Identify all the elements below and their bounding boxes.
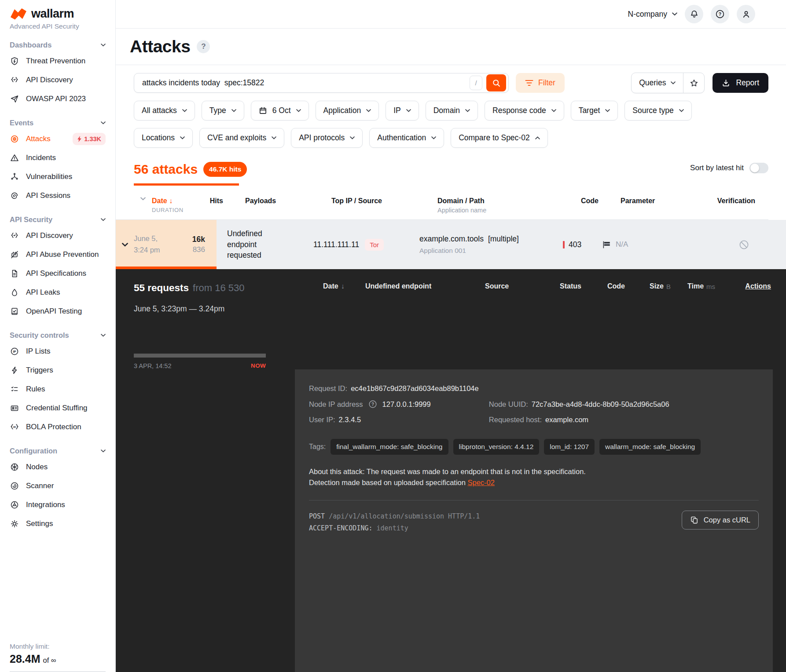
req-col-size[interactable]: SizeB bbox=[650, 282, 687, 290]
spec-link[interactable]: Spec-02 bbox=[468, 478, 495, 486]
req-col-status[interactable]: Status bbox=[551, 282, 604, 290]
help-button[interactable]: ? bbox=[711, 5, 729, 23]
filter-chip-target[interactable]: Target bbox=[571, 101, 618, 121]
download-icon bbox=[722, 79, 730, 87]
chevron-down-icon bbox=[672, 12, 677, 16]
page-help-icon[interactable]: ? bbox=[197, 40, 210, 53]
row-expand-chevron-icon[interactable] bbox=[116, 220, 134, 269]
notifications-button[interactable] bbox=[685, 5, 703, 23]
sidebar-item-bola-protection[interactable]: ID BOLA Protection bbox=[10, 417, 106, 436]
collapse-all-chevron-icon[interactable] bbox=[134, 197, 152, 201]
sidebar-item-settings[interactable]: Settings bbox=[10, 514, 106, 533]
sidebar-item-owasp-api-2023[interactable]: OWASP API 2023 bbox=[10, 89, 106, 108]
sidebar-section-security-controls[interactable]: Security controls bbox=[10, 331, 106, 340]
col-header-domain[interactable]: Domain / Path Application name bbox=[436, 197, 581, 214]
node-uuid-line: Node UUID: 72c7a3be-a4d8-4ddc-8b09-50a2d… bbox=[489, 400, 759, 409]
requests-histogram-wrap[interactable]: 3 APR, 14:52 NOW bbox=[134, 324, 266, 369]
sidebar-item-integrations[interactable]: Integrations bbox=[10, 495, 106, 514]
wallarm-logo[interactable]: wallarm bbox=[10, 7, 106, 21]
tag-chip[interactable]: wallarm_mode: safe_blocking bbox=[599, 439, 701, 455]
tag-chip[interactable]: final_wallarm_mode: safe_blocking bbox=[331, 439, 448, 455]
attack-verification[interactable] bbox=[709, 240, 768, 250]
filter-chip-source-type[interactable]: Source type bbox=[624, 101, 691, 121]
req-col-actions[interactable]: Actions bbox=[716, 282, 773, 290]
sidebar-item-triggers[interactable]: Triggers bbox=[10, 361, 106, 380]
about-attack: About this attack: The request was made … bbox=[309, 466, 759, 488]
queries-dropdown[interactable]: Queries bbox=[632, 73, 683, 93]
sidebar-section-configuration[interactable]: Configuration bbox=[10, 447, 106, 455]
sidebar-section-api-security[interactable]: API Security bbox=[10, 215, 106, 224]
sidebar-item-attacks[interactable]: Attacks 1.33K bbox=[10, 129, 106, 148]
filter-button[interactable]: Filter bbox=[516, 73, 565, 93]
favorite-query-button[interactable] bbox=[683, 73, 704, 93]
sidebar-item-incidents[interactable]: Incidents bbox=[10, 148, 106, 167]
col-header-payloads[interactable]: Payloads bbox=[235, 197, 328, 205]
requests-panel: 55 requests from 16 530 June 5, 3:23pm —… bbox=[116, 269, 786, 672]
sidebar-item-api-discovery[interactable]: API Discovery bbox=[10, 70, 106, 89]
help-circle-icon[interactable]: ? bbox=[368, 400, 377, 409]
sort-toggle[interactable] bbox=[749, 163, 768, 173]
sidebar-item-api-sessions[interactable]: API Sessions bbox=[10, 186, 106, 205]
attack-response-code: 403 bbox=[563, 240, 602, 249]
req-col-code[interactable]: Code bbox=[604, 282, 650, 290]
col-header-parameter[interactable]: Parameter bbox=[621, 197, 702, 205]
col-header-hits[interactable]: Hits bbox=[205, 197, 235, 205]
filter-chip-ip[interactable]: IP bbox=[386, 101, 419, 121]
req-col-date[interactable]: Date↓ bbox=[323, 282, 365, 290]
sidebar-item-scanner[interactable]: Scanner bbox=[10, 476, 106, 495]
attack-row[interactable]: June 5, 3:24 pm 16k 836 Undefined endpoi… bbox=[116, 220, 786, 269]
sidebar-item-api-abuse-prevention[interactable]: API Abuse Prevention bbox=[10, 245, 106, 264]
filter-chip-date[interactable]: 6 Oct bbox=[251, 101, 309, 121]
filter-chip-all-attacks[interactable]: All attacks bbox=[134, 101, 195, 121]
sidebar-item-rules[interactable]: Rules bbox=[10, 380, 106, 398]
node-ip-value: 127.0.0.1:9999 bbox=[382, 400, 431, 409]
sidebar-item-api-specifications[interactable]: API Specifications bbox=[10, 264, 106, 283]
chevron-down-icon bbox=[182, 109, 187, 112]
filter-chip-domain[interactable]: Domain bbox=[426, 101, 478, 121]
col-header-verification[interactable]: Verification bbox=[709, 197, 768, 205]
filter-chip-response-code[interactable]: Response code bbox=[485, 101, 564, 121]
filter-chip-compare-to-spec[interactable]: Compare to Spec-02 bbox=[451, 128, 547, 148]
col-header-date[interactable]: Date ↓ DURATION bbox=[152, 197, 205, 213]
sidebar-section-events[interactable]: Events bbox=[10, 119, 106, 127]
filter-chip-authentication[interactable]: Authentication bbox=[369, 128, 444, 148]
document-icon bbox=[10, 269, 19, 278]
sidebar-item-ip-lists[interactable]: IP IP Lists bbox=[10, 342, 106, 361]
requests-summary: 55 requests from 16 530 June 5, 3:23pm —… bbox=[134, 269, 295, 369]
chevron-down-icon bbox=[101, 44, 106, 47]
flag-icon bbox=[602, 241, 612, 248]
sidebar-item-nodes[interactable]: Nodes bbox=[10, 457, 106, 476]
wallarm-logo-icon bbox=[10, 7, 27, 21]
filter-chip-locations[interactable]: Locations bbox=[134, 128, 193, 148]
req-col-endpoint[interactable]: Undefined endpoint bbox=[365, 282, 469, 290]
filter-chip-application[interactable]: Application bbox=[316, 101, 379, 121]
filter-chip-cve-and-exploits[interactable]: CVE and exploits bbox=[199, 128, 284, 148]
company-selector[interactable]: N-company bbox=[628, 10, 677, 19]
search-button[interactable] bbox=[486, 74, 506, 91]
svg-text:ID: ID bbox=[13, 425, 16, 428]
histogram-baseline bbox=[134, 354, 266, 358]
sidebar-item-api-discovery-2[interactable]: API Discovery bbox=[10, 226, 106, 245]
filter-chip-type[interactable]: Type bbox=[202, 101, 244, 121]
req-col-source[interactable]: Source bbox=[469, 282, 551, 290]
radar-icon bbox=[10, 482, 19, 490]
copy-as-curl-button[interactable]: Copy as cURL bbox=[682, 511, 759, 530]
search-input[interactable] bbox=[141, 78, 470, 88]
tag-chip[interactable]: lom_id: 1207 bbox=[544, 439, 595, 455]
col-header-code[interactable]: Code bbox=[581, 197, 621, 205]
sidebar-item-credential-stuffing[interactable]: Credential Stuffing bbox=[10, 398, 106, 417]
filter-chip-api-protocols[interactable]: API protocols bbox=[291, 128, 363, 148]
sidebar-item-vulnerabilities[interactable]: Vulnerabilities bbox=[10, 167, 106, 186]
status-code-bar bbox=[563, 241, 565, 248]
sidebar-item-threat-prevention[interactable]: Threat Prevention bbox=[10, 51, 106, 70]
sidebar-item-openapi-testing[interactable]: OpenAPI Testing bbox=[10, 302, 106, 321]
tag-chip[interactable]: libproton_version: 4.4.12 bbox=[453, 439, 540, 455]
report-button[interactable]: Report bbox=[713, 73, 768, 93]
requests-table: Date↓ Undefined endpoint Source Status C… bbox=[295, 269, 773, 369]
col-header-top-ip[interactable]: Top IP / Source bbox=[328, 197, 436, 205]
sidebar-section-dashboards[interactable]: Dashboards bbox=[10, 41, 106, 49]
sidebar-item-api-leaks[interactable]: API Leaks bbox=[10, 283, 106, 302]
chevron-down-icon bbox=[679, 109, 684, 112]
account-button[interactable] bbox=[737, 5, 755, 23]
req-col-time[interactable]: Timems bbox=[687, 282, 716, 290]
